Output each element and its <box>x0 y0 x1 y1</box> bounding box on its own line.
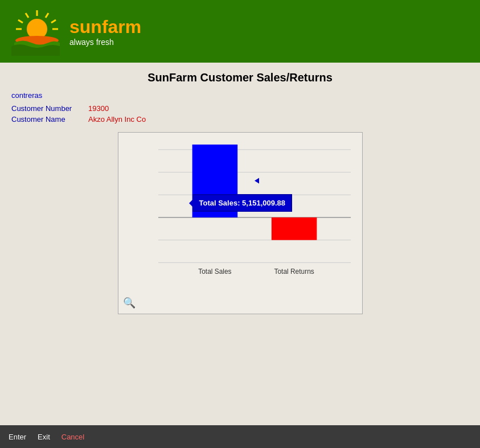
page-title: SunFarm Customer Sales/Returns <box>11 71 469 84</box>
svg-line-3 <box>26 13 28 18</box>
brand-tagline: always fresh <box>69 38 141 47</box>
cancel-button[interactable]: Cancel <box>61 433 84 441</box>
brand-text: sunfarm always fresh <box>69 17 141 47</box>
app-header: sunfarm always fresh <box>0 0 480 63</box>
customer-name-label: Customer Name <box>11 115 88 124</box>
customer-name-value: Akzo Allyn Inc Co <box>88 115 146 124</box>
logo-area: sunfarm always fresh <box>11 7 141 56</box>
customer-name-row: Customer Name Akzo Allyn Inc Co <box>11 115 469 124</box>
svg-line-4 <box>18 20 23 23</box>
svg-line-2 <box>51 20 56 23</box>
footer: Enter Exit Cancel <box>0 425 480 448</box>
svg-marker-25 <box>255 178 259 183</box>
customer-number-value: 19300 <box>88 104 109 113</box>
sun-logo-icon <box>11 7 63 56</box>
svg-rect-21 <box>192 145 237 217</box>
chart-container: 6,000,000 4,000,000 2,000,000 0 -2,000,0… <box>118 132 363 314</box>
user-info: contreras <box>11 91 469 100</box>
customer-number-row: Customer Number 19300 <box>11 104 469 113</box>
exit-button[interactable]: Exit <box>38 433 50 441</box>
enter-button[interactable]: Enter <box>9 433 26 441</box>
svg-rect-22 <box>271 217 317 240</box>
brand-name: sunfarm <box>69 17 141 38</box>
bar-chart: 6,000,000 4,000,000 2,000,000 0 -2,000,0… <box>158 138 356 291</box>
chart-zoom-icon[interactable]: 🔍 <box>123 297 136 309</box>
svg-text:Total Sales: Total Sales <box>198 268 231 276</box>
main-content: SunFarm Customer Sales/Returns contreras… <box>0 63 480 425</box>
customer-number-label: Customer Number <box>11 104 88 113</box>
svg-text:Total Returns: Total Returns <box>274 268 314 276</box>
svg-line-1 <box>46 13 48 18</box>
